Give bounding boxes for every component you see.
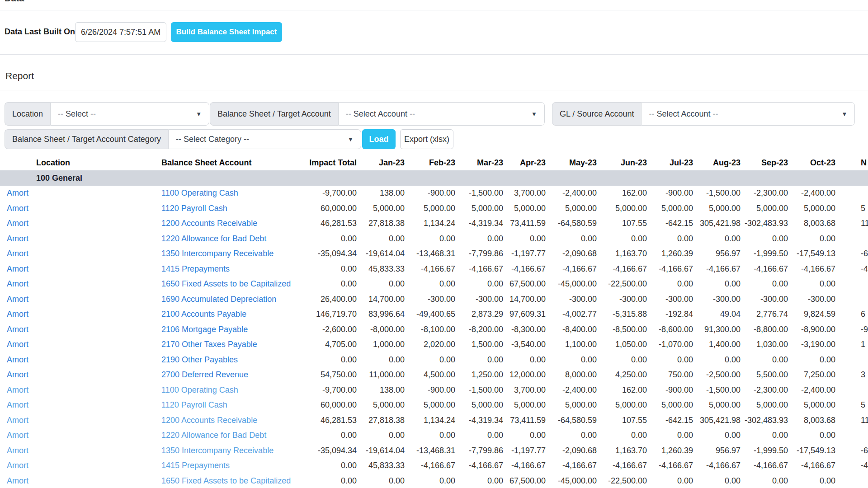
col-header-action [0, 155, 36, 170]
amort-link[interactable]: Amort [7, 461, 28, 470]
amount-cell: -2,600.00 [296, 322, 357, 338]
amort-link[interactable]: Amort [7, 264, 28, 273]
balance-sheet-account-link[interactable]: 1200 Accounts Receivable [161, 219, 257, 228]
balance-sheet-account-link[interactable]: 1100 Operating Cash [161, 385, 238, 394]
balance-sheet-account-link[interactable]: 1350 Intercompany Receivable [161, 446, 274, 455]
amount-cell: -19,614.04 [357, 246, 405, 262]
category-filter-label: Balance Sheet / Target Account Category [5, 129, 168, 149]
load-button[interactable]: Load [362, 129, 396, 149]
balance-sheet-account-link[interactable]: 1220 Allowance for Bad Debt [161, 431, 266, 440]
amount-cell: -17,549.13 [788, 443, 836, 459]
table-header-row: LocationBalance Sheet AccountImpact Tota… [0, 155, 868, 170]
amount-cell: -2,090.68 [546, 443, 597, 459]
amount-cell: 0.00 [405, 352, 456, 368]
amort-link[interactable]: Amort [7, 446, 28, 455]
balance-sheet-account-link[interactable]: 1120 Payroll Cash [161, 204, 227, 213]
amort-link[interactable]: Amort [7, 385, 28, 394]
amort-link[interactable]: Amort [7, 476, 28, 485]
amount-cell: 5,000.00 [546, 398, 597, 413]
balance-sheet-account-link[interactable]: 1120 Payroll Cash [161, 400, 227, 409]
table-row: Amort1200 Accounts Receivable46,281.5327… [0, 413, 868, 428]
balance-sheet-account-link[interactable]: 1200 Accounts Receivable [161, 416, 257, 425]
amort-link[interactable]: Amort [7, 204, 28, 213]
location-cell [36, 352, 156, 368]
group-row-100-general: 100 General [0, 170, 868, 186]
balance-sheet-account-link[interactable]: 1650 Fixed Assets to be Capitalized [161, 279, 291, 288]
amount-cell: -7,799.86 [456, 443, 504, 459]
amort-link[interactable]: Amort [7, 234, 28, 243]
amount-cell: 956.97 [693, 246, 741, 262]
balance-sheet-account-link[interactable]: 2100 Accounts Payable [161, 310, 246, 319]
table-row: Amort1200 Accounts Receivable46,281.5327… [0, 216, 868, 231]
amort-link[interactable]: Amort [7, 310, 28, 319]
location-cell [36, 322, 156, 338]
amount-cell: -4,166.67 [504, 262, 546, 277]
amort-link[interactable]: Amort [7, 295, 28, 304]
amount-cell: 162.00 [597, 186, 647, 201]
amount-cell: 5,000.00 [357, 398, 405, 413]
amount-cell: 107.55 [597, 413, 647, 428]
amort-link[interactable]: Amort [7, 400, 28, 409]
amount-cell: -192.84 [647, 307, 693, 322]
amount-cell: -2,400.00 [546, 186, 597, 201]
amort-link[interactable]: Amort [7, 219, 28, 228]
category-select-value: -- Select Category -- [176, 135, 249, 144]
section-title-partial: Data [5, 0, 24, 4]
amount-cell-clipped: -9 [836, 322, 868, 338]
amort-link[interactable]: Amort [7, 325, 28, 334]
amort-link[interactable]: Amort [7, 279, 28, 288]
balance-sheet-account-link[interactable]: 2190 Other Payables [161, 355, 238, 364]
amount-cell: -642.15 [647, 413, 693, 428]
amount-cell: -4,166.67 [597, 458, 647, 474]
amort-link[interactable]: Amort [7, 249, 28, 258]
data-last-built-input[interactable] [75, 22, 166, 42]
amount-cell: -900.00 [647, 186, 693, 201]
balance-sheet-account-link[interactable]: 1415 Prepayments [161, 264, 230, 273]
amount-cell: 750.00 [647, 367, 693, 383]
balance-sheet-account-link[interactable]: 2170 Other Taxes Payable [161, 340, 257, 349]
amort-link[interactable]: Amort [7, 340, 28, 349]
col-header-n: N [836, 155, 868, 170]
col-header-mar-23: Mar-23 [456, 155, 504, 170]
amount-cell: 49.04 [693, 307, 741, 322]
amount-cell: 0.00 [296, 458, 357, 474]
amount-cell: 0.00 [546, 352, 597, 368]
balance-sheet-account-link[interactable]: 1650 Fixed Assets to be Capitalized [161, 476, 291, 485]
amount-cell: 0.00 [647, 474, 693, 488]
build-balance-sheet-impact-button[interactable]: Build Balance Sheet Impact [171, 22, 282, 42]
target-account-select[interactable]: -- Select Account -- ▼ [338, 102, 545, 126]
balance-sheet-account-link[interactable]: 1690 Accumulated Depreciation [161, 295, 276, 304]
amort-link[interactable]: Amort [7, 188, 28, 197]
table-row: Amort1100 Operating Cash-9,700.00138.00-… [0, 186, 868, 201]
balance-sheet-account-link[interactable]: 1100 Operating Cash [161, 188, 238, 197]
amount-cell: 0.00 [357, 352, 405, 368]
amount-cell: 1,500.00 [456, 337, 504, 352]
source-account-filter-label: GL / Source Account [552, 102, 641, 126]
amort-link[interactable]: Amort [7, 431, 28, 440]
amount-cell: -8,300.00 [504, 322, 546, 338]
location-cell [36, 231, 156, 247]
amount-cell: 46,281.53 [296, 216, 357, 231]
table-row: Amort1415 Prepayments0.0045,833.33-4,166… [0, 458, 868, 474]
export-xlsx-button[interactable]: Export (xlsx) [400, 129, 453, 149]
amount-cell: 11,000.00 [357, 367, 405, 383]
balance-sheet-account-link[interactable]: 2700 Deferred Revenue [161, 370, 248, 379]
amount-cell: 0.00 [296, 231, 357, 247]
amort-link[interactable]: Amort [7, 370, 28, 379]
amount-cell: -300.00 [693, 292, 741, 307]
balance-sheet-account-link[interactable]: 2106 Mortgage Payable [161, 325, 248, 334]
category-select[interactable]: -- Select Category -- ▼ [168, 129, 361, 149]
balance-sheet-account-link[interactable]: 1415 Prepayments [161, 461, 230, 470]
amount-cell: 0.00 [741, 428, 788, 443]
location-cell [36, 277, 156, 292]
amount-cell: 0.00 [357, 277, 405, 292]
location-cell [36, 398, 156, 413]
balance-sheet-account-link[interactable]: 1220 Allowance for Bad Debt [161, 234, 266, 243]
amort-link[interactable]: Amort [7, 416, 28, 425]
balance-sheet-account-link[interactable]: 1350 Intercompany Receivable [161, 249, 274, 258]
location-select[interactable]: -- Select -- ▼ [50, 102, 209, 126]
amount-cell: 5,000.00 [504, 201, 546, 216]
amount-cell: -302,483.93 [741, 216, 788, 231]
source-account-select[interactable]: -- Select Account -- ▼ [641, 102, 855, 126]
amort-link[interactable]: Amort [7, 355, 28, 364]
